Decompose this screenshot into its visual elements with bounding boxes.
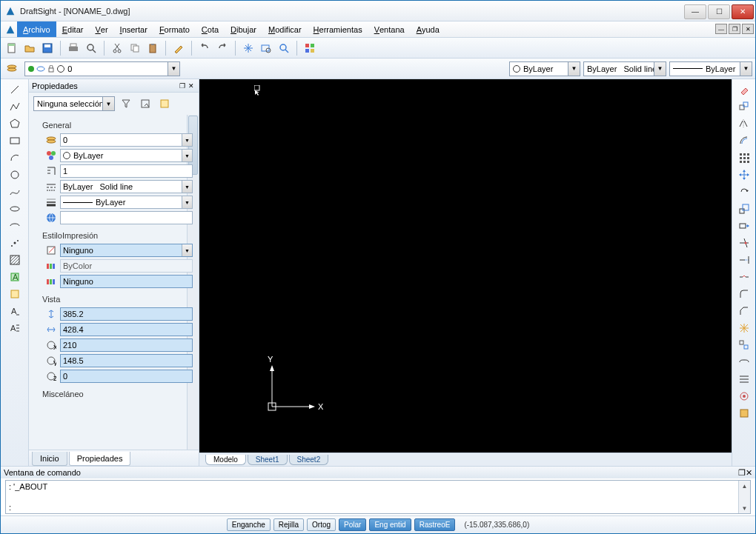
prop-layer[interactable]: 0▼ [60,133,193,147]
zoom-window-button[interactable] [258,40,274,56]
status-enganche[interactable]: Enganche [227,518,271,531]
menu-herramientas[interactable]: Herramientas [308,21,368,37]
redo-button[interactable] [214,40,231,56]
menu-insertar[interactable]: Insertar [114,21,153,37]
lineweight-combo[interactable]: ByLayer ▼ [669,61,752,76]
prop-printstyle[interactable]: Ninguno▼ [60,244,193,257]
stretch-tool[interactable] [736,218,752,233]
prop-lineweight[interactable]: ByLayer▼ [60,196,193,209]
mtext-tool[interactable]: A [7,321,23,336]
maximize-button[interactable]: ☐ [708,4,730,19]
menu-dibujar[interactable]: Dibujar [225,21,262,37]
prop-center-z[interactable]: 0 [60,370,193,383]
print-button[interactable] [65,40,82,56]
menu-modificar[interactable]: Modificar [262,21,308,37]
status-rastreoe[interactable]: RastreoE [414,518,456,531]
cut-button[interactable] [109,40,125,56]
move-tool[interactable] [736,167,752,182]
point-tool[interactable] [7,236,23,250]
properties-button[interactable] [302,40,318,56]
chamfer-tool[interactable] [736,304,752,318]
rotate-tool[interactable] [736,184,752,199]
tab-inicio[interactable]: Inicio [32,452,67,466]
cmd-scrollbar[interactable]: ▲▼ [738,481,750,513]
status-polar[interactable]: Polar [339,518,366,531]
props-float-icon[interactable]: ❐ [178,81,187,90]
array-tool[interactable] [736,150,752,165]
new-button[interactable] [4,40,20,56]
insert-block-tool[interactable]: A [7,270,23,284]
ellipse-arc-tool[interactable] [7,218,23,233]
copy-tool[interactable] [736,99,752,114]
undo-button[interactable] [196,40,213,56]
selection-combo[interactable]: Ninguna selección ▼ [33,96,115,111]
open-button[interactable] [21,40,38,56]
close-button[interactable]: ✕ [732,4,754,19]
mdi-close[interactable]: ✕ [742,24,754,34]
arc-tool[interactable] [7,150,23,165]
join-tool[interactable] [736,355,752,370]
minimize-button[interactable]: — [684,4,706,19]
matchprops-button[interactable] [170,40,187,56]
copy-button[interactable] [127,40,143,56]
zoom-extents-button[interactable] [276,40,292,56]
cmd-close-icon[interactable]: ✕ [746,468,752,478]
menu-ayuda[interactable]: Ayuda [411,21,445,37]
fillet-tool[interactable] [736,287,752,301]
select-objects-button[interactable] [137,96,153,112]
prop-view-height[interactable]: 385.2 [60,307,193,321]
mdi-minimize[interactable]: — [715,24,727,34]
menu-ver[interactable]: Ver [89,21,113,37]
polygon-tool[interactable] [7,116,23,131]
status-ortog[interactable]: Ortog [307,518,336,531]
prop-hyperlink[interactable] [60,211,193,224]
dropdown-icon[interactable]: ▼ [568,62,580,76]
menu-editar[interactable]: Editar [56,21,90,37]
linecolor-combo[interactable]: ByLayer ▼ [509,61,580,76]
cmd-float-icon[interactable]: ❐ [738,468,746,478]
prop-scale[interactable]: 1 [60,164,193,178]
edit-hatch-tool[interactable] [736,406,752,421]
prop-linestyle[interactable]: ByLayer Solid line▼ [60,180,193,193]
menu-archivo[interactable]: Archivo [17,21,56,37]
save-button[interactable] [39,40,56,56]
edit-polyline-tool[interactable] [736,389,752,404]
layer-combo[interactable]: 0 ▼ [24,61,180,76]
menu-ventana[interactable]: Ventana [368,21,411,37]
dropdown-icon[interactable]: ▼ [168,62,179,76]
scale-tool[interactable] [736,201,752,216]
make-block-tool[interactable] [7,287,23,301]
pan-button[interactable] [240,40,256,56]
prop-center-x[interactable]: 210 [60,338,193,352]
text-tool[interactable]: A [7,304,23,318]
tab-modelo[interactable]: Modelo [205,455,246,465]
menu-cota[interactable]: Cota [196,21,225,37]
app-menu-icon[interactable] [4,21,17,37]
drawing-canvas[interactable]: Y X [199,79,732,453]
dropdown-icon[interactable]: ▼ [654,62,666,76]
offset-tool[interactable] [736,133,752,148]
paste-button[interactable] [145,40,161,56]
tab-sheet2[interactable]: Sheet2 [289,455,329,465]
linestyle-combo[interactable]: ByLayer Solid line ▼ [583,61,666,76]
lengthen-tool[interactable] [736,372,752,387]
break-tool[interactable] [736,270,752,284]
status-eng-entid[interactable]: Eng entid [369,518,411,531]
props-close-icon[interactable]: ✕ [187,81,196,90]
print-preview-button[interactable] [83,40,99,56]
polyline-tool[interactable] [7,99,23,114]
spline-tool[interactable] [7,184,23,199]
menu-formato[interactable]: Formato [153,21,196,37]
mdi-restore[interactable]: ❐ [729,24,740,34]
prop-printtable[interactable]: Ninguno [60,275,193,288]
hatch-tool[interactable] [7,253,23,267]
dropdown-icon[interactable]: ▼ [102,97,114,110]
dropdown-icon[interactable]: ▼ [740,62,752,76]
command-input[interactable]: : '_ABOUT : ▲▼ [5,480,751,514]
extend-tool[interactable] [736,253,752,267]
erase-tool[interactable] [736,82,752,97]
tab-sheet1[interactable]: Sheet1 [248,455,288,465]
tab-propiedades[interactable]: Propiedades [69,452,131,466]
quickselect-button[interactable] [118,96,134,112]
trim-tool[interactable] [736,236,752,250]
